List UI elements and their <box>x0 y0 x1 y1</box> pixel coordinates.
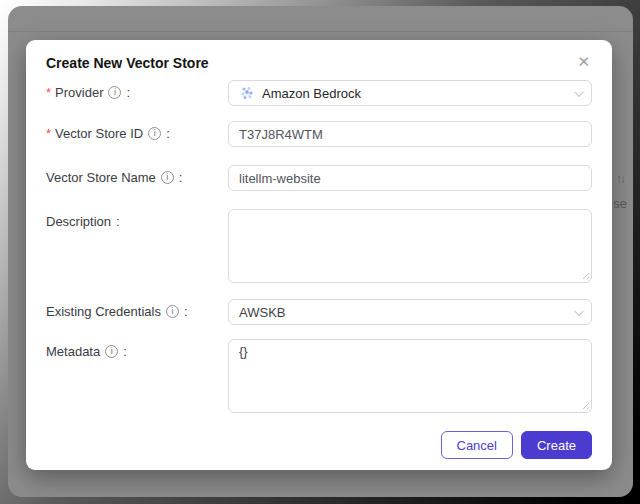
info-icon[interactable]: i <box>148 127 161 140</box>
existing-credentials-select-value: AWSKB <box>239 305 567 320</box>
provider-row: * Provider i : <box>46 80 592 106</box>
info-icon[interactable]: i <box>166 305 179 318</box>
chevron-down-icon <box>574 306 584 316</box>
cancel-button[interactable]: Cancel <box>441 431 513 459</box>
metadata-label: Metadata i : <box>46 339 228 359</box>
required-marker: * <box>46 126 51 141</box>
description-row: Description : <box>46 209 592 283</box>
modal-title: Create New Vector Store <box>46 54 209 72</box>
existing-credentials-row: Existing Credentials i : AWSKB <box>46 299 592 325</box>
vector-store-id-input[interactable] <box>228 121 592 147</box>
chevron-down-icon <box>574 87 584 97</box>
provider-select[interactable]: Amazon Bedrock <box>228 80 592 106</box>
background-partial-text: se <box>613 196 627 211</box>
vector-store-name-row: Vector Store Name i : <box>46 165 592 191</box>
metadata-row: Metadata i : {} <box>46 339 592 413</box>
vector-store-id-label: * Vector Store ID i : <box>46 121 228 141</box>
vector-store-name-input[interactable] <box>228 165 592 191</box>
existing-credentials-select[interactable]: AWSKB <box>228 299 592 325</box>
modal-header: Create New Vector Store ✕ <box>46 54 592 72</box>
vector-store-id-row: * Vector Store ID i : <box>46 121 592 147</box>
amazon-bedrock-icon <box>239 85 255 101</box>
required-marker: * <box>46 85 51 100</box>
existing-credentials-label: Existing Credentials i : <box>46 299 228 319</box>
info-icon[interactable]: i <box>105 345 118 358</box>
close-icon[interactable]: ✕ <box>575 54 592 69</box>
modal-footer: Cancel Create <box>46 431 592 459</box>
description-textarea[interactable] <box>228 209 592 283</box>
metadata-textarea[interactable]: {} <box>228 339 592 413</box>
create-vector-store-modal: Create New Vector Store ✕ * Provider i : <box>26 40 612 470</box>
info-icon[interactable]: i <box>161 171 174 184</box>
description-label: Description : <box>46 209 228 229</box>
info-icon[interactable]: i <box>108 86 121 99</box>
vector-store-name-label: Vector Store Name i : <box>46 165 228 185</box>
sort-arrows-icon: ↑↓ <box>616 172 624 186</box>
background-nav-divider <box>8 31 633 32</box>
provider-label: * Provider i : <box>46 80 228 100</box>
create-button[interactable]: Create <box>521 431 592 459</box>
provider-select-value: Amazon Bedrock <box>262 86 567 101</box>
